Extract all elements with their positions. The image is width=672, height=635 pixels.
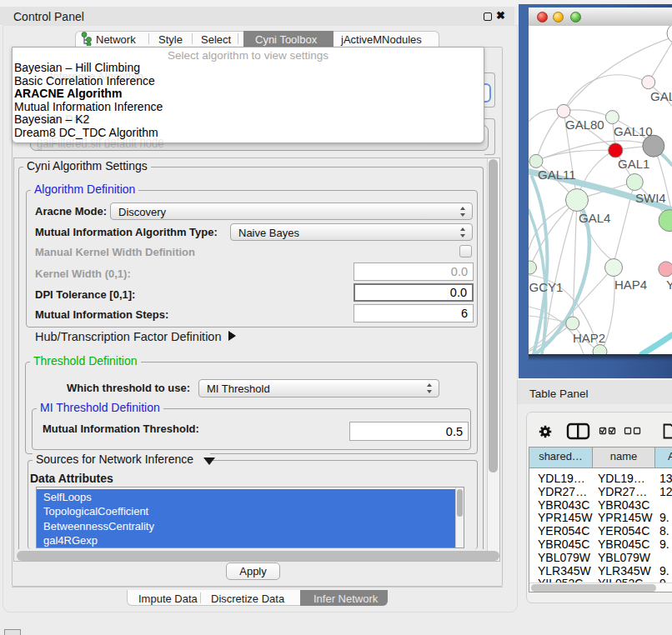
svg-text:YEL0: YEL0 xyxy=(666,278,672,292)
svg-text:GAL4: GAL4 xyxy=(579,211,610,225)
svg-text:HAP4: HAP4 xyxy=(614,278,647,292)
svg-text:GAL2: GAL2 xyxy=(650,89,672,103)
svg-text:HAP2: HAP2 xyxy=(573,331,605,345)
svg-text:GCY1: GCY1 xyxy=(529,280,564,294)
svg-text:GAL11: GAL11 xyxy=(538,168,576,182)
svg-text:GAL10: GAL10 xyxy=(614,124,653,138)
svg-text:SWI4: SWI4 xyxy=(635,191,666,205)
svg-text:GAL1: GAL1 xyxy=(618,157,649,171)
svg-text:GAL80: GAL80 xyxy=(565,118,604,132)
